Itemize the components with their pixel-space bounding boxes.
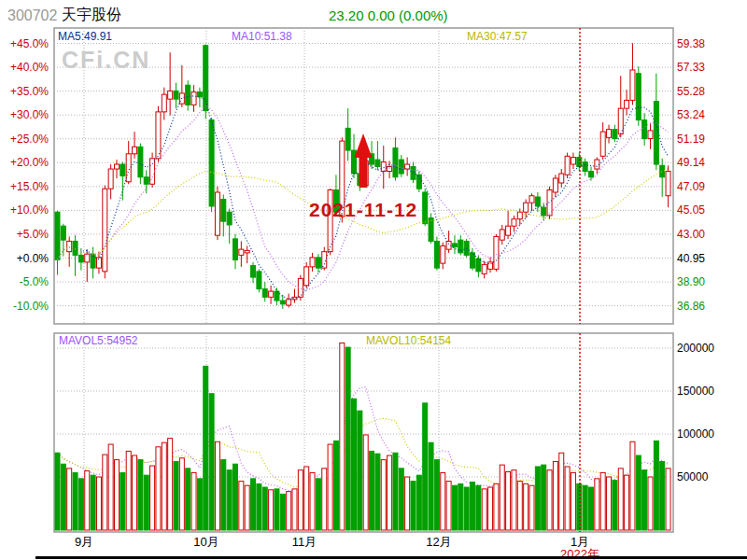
main-right-axis-label: 40.95	[677, 253, 705, 264]
event-date-annotation: 2021-11-12	[309, 200, 417, 219]
volume-right-axis-label: 100000	[677, 428, 714, 440]
main-left-axis-label: +0.0%	[6, 253, 49, 264]
ma10-line	[58, 105, 669, 290]
main-left-axis-label: +20.0%	[6, 157, 49, 168]
main-left-axis-label: +15.0%	[6, 181, 49, 192]
ma10-label: MA10:51.38	[232, 31, 292, 42]
month-label-9月: 9月	[75, 536, 93, 548]
main-right-axis-label: 51.19	[677, 133, 705, 145]
main-left-axis-label: +5.0%	[6, 229, 49, 240]
stock-code: 300702	[7, 8, 57, 23]
main-right-axis-label: 36.86	[677, 301, 705, 312]
month-label-10月: 10月	[193, 536, 218, 548]
ma5-line	[58, 96, 669, 299]
main-right-axis-label: 45.05	[677, 204, 705, 216]
ma30-label: MA30:47.57	[467, 31, 528, 42]
volume-right-axis-label: 200000	[677, 343, 714, 354]
stock-chart-screen: 300702 天宇股份 23.20 0.00 (0.00%) CFi.CN MA…	[0, 0, 747, 560]
volume-right-axis-label: 50000	[677, 471, 708, 483]
main-left-axis-label: +25.0%	[6, 133, 49, 145]
stock-name: 天宇股份	[62, 7, 121, 22]
kline-chart-canvas	[0, 0, 747, 560]
main-right-axis-label: 38.90	[677, 276, 705, 287]
main-left-axis-label: -10.0%	[6, 301, 49, 312]
cfi-watermark: CFi.CN	[62, 49, 150, 72]
main-left-axis-label: -5.0%	[6, 276, 49, 287]
bottom-divider-bar	[35, 556, 747, 559]
month-label-12月: 12月	[426, 536, 451, 548]
volume-right-axis-label: 150000	[677, 385, 714, 397]
mavol5-label: MAVOL5:54952	[59, 335, 138, 346]
main-left-axis-label: +35.0%	[6, 86, 49, 97]
ma5-label: MA5:49.91	[58, 31, 112, 42]
main-right-axis-label: 55.28	[677, 86, 705, 97]
main-right-axis-label: 47.09	[677, 181, 705, 192]
main-right-axis-label: 57.33	[677, 62, 705, 73]
main-left-axis-label: +40.0%	[6, 62, 49, 73]
main-left-axis-label: +30.0%	[6, 109, 49, 120]
mavol10-label: MAVOL10:54154	[366, 335, 451, 346]
volume-bars-group	[55, 343, 670, 530]
quote-price-change: 23.20 0.00 (0.00%)	[329, 8, 448, 22]
month-label-11月: 11月	[292, 536, 317, 548]
main-left-axis-label: +10.0%	[6, 204, 49, 216]
main-left-axis-label: +45.0%	[6, 38, 49, 49]
main-right-axis-label: 53.24	[677, 109, 705, 120]
main-right-axis-label: 49.14	[677, 157, 705, 168]
main-right-axis-label: 59.38	[677, 38, 705, 49]
main-right-axis-label: 43.00	[677, 229, 705, 240]
